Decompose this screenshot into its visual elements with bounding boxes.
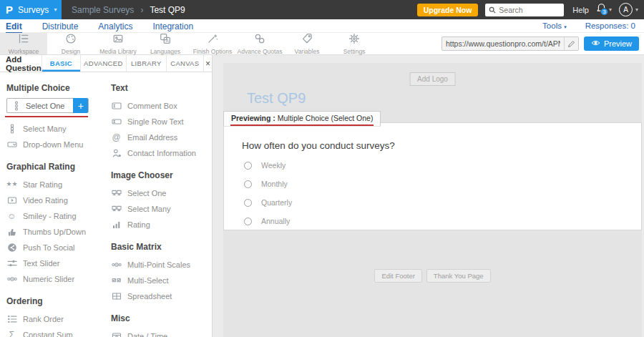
breadcrumb-parent[interactable]: Sample Surveys — [72, 5, 134, 15]
radio-button[interactable] — [244, 218, 252, 225]
question-type-select-one[interactable]: Select One — [111, 185, 212, 201]
comment-box-icon — [111, 101, 122, 111]
finish-options-icon — [207, 33, 218, 47]
question-type-select-many[interactable]: Select Many — [6, 121, 104, 137]
tool-variables[interactable]: Variables — [283, 33, 331, 54]
preview-button[interactable]: Preview — [584, 36, 639, 51]
selected-red-underline — [5, 116, 88, 117]
panel-tab-advanced[interactable]: ADVANCED — [80, 55, 126, 72]
panel-tab-library[interactable]: LIBRARY — [126, 55, 166, 72]
nav-tabs-container: EditDistributeAnalyticsIntegration — [6, 19, 213, 32]
add-question-panel: Add Question BASICADVANCEDLIBRARYCANVAS … — [0, 55, 213, 337]
responses-count[interactable]: Responses: 0 — [585, 21, 635, 30]
question-type-rating[interactable]: Rating — [111, 217, 212, 233]
question-type-spreadsheet[interactable]: Spreadsheet — [111, 288, 212, 304]
question-type-contact-information[interactable]: Contact Information — [111, 145, 212, 161]
question-type-drop-down-menu[interactable]: Drop-down Menu — [6, 137, 104, 152]
questionpro-logo-icon: P — [6, 4, 13, 16]
advance-quotas-icon — [254, 33, 265, 47]
image-chooser-icon — [111, 188, 122, 198]
help-link[interactable]: Help — [572, 6, 589, 14]
single-row-text-icon — [111, 117, 122, 127]
product-label: Surveys — [18, 5, 49, 15]
panel-tab-canvas[interactable]: CANVAS — [166, 55, 203, 72]
close-panel-button[interactable]: × — [203, 55, 212, 72]
previewing-tab: Previewing : Multiple Choice (Select One… — [223, 111, 381, 127]
numeric-slider-icon — [6, 274, 17, 284]
question-type-single-row-text[interactable]: Single Row Text — [111, 114, 212, 130]
survey-url-box — [441, 36, 579, 51]
section-title-text: Text — [111, 83, 212, 93]
question-type-thumbs-up-down[interactable]: Thumbs Up/Down — [6, 224, 104, 240]
question-type-push-to-social[interactable]: Push To Social — [6, 240, 104, 255]
question-type-comment-box[interactable]: Comment Box — [111, 98, 212, 114]
previewing-label: Previewing : — [231, 114, 275, 122]
multi-select-icon — [111, 275, 122, 285]
answer-option-annually: Annually — [244, 217, 641, 225]
add-logo-button[interactable]: Add Logo — [409, 72, 456, 86]
question-types-right-column: TextComment BoxSingle Row Text@Email Add… — [104, 72, 212, 337]
nav-tab-integration[interactable]: Integration — [152, 21, 193, 32]
question-type-multi-select[interactable]: Multi-Select — [111, 273, 212, 288]
upgrade-now-button[interactable]: Upgrade Now — [417, 4, 479, 16]
edit-footer-button[interactable]: Edit Footer — [374, 269, 421, 283]
survey-title[interactable]: Test QP9 — [247, 90, 306, 107]
section-title-multiple-choice: Multiple Choice — [6, 83, 104, 93]
question-type-date-time[interactable]: Date / Time — [111, 328, 212, 337]
radio-button[interactable] — [244, 162, 252, 170]
radio-button[interactable] — [244, 180, 252, 188]
account-chevron-icon[interactable]: ▾ — [635, 7, 638, 13]
tool-languages[interactable]: ALanguages — [142, 33, 189, 54]
question-type-numeric-slider[interactable]: Numeric Slider — [6, 271, 104, 287]
main-nav: EditDistributeAnalyticsIntegration Tools… — [0, 19, 644, 33]
radio-list-icon — [11, 101, 21, 111]
survey-url-input[interactable] — [442, 39, 564, 48]
section-title-misc: Misc — [111, 313, 212, 323]
search-box[interactable] — [485, 4, 564, 16]
dropdown-icon — [6, 140, 17, 150]
nav-tab-analytics[interactable]: Analytics — [98, 21, 132, 32]
radio-button[interactable] — [244, 199, 252, 207]
tool-workspace[interactable]: Workspace — [0, 33, 47, 54]
edit-url-pencil-icon[interactable] — [564, 37, 578, 50]
question-type-rank-order[interactable]: Rank Order — [6, 311, 104, 327]
nav-tab-edit[interactable]: Edit — [6, 21, 22, 33]
tool-finish-options[interactable]: Finish Options — [189, 33, 236, 54]
survey-page: Add Logo Test QP9 Previewing : Multiple … — [223, 63, 642, 337]
notification-count-badge: 3 — [600, 8, 608, 16]
avatar[interactable]: A — [619, 3, 633, 16]
breadcrumb-current: Test QP9 — [150, 5, 185, 15]
nav-tab-distribute[interactable]: Distribute — [42, 21, 79, 32]
add-question-plus-button[interactable]: + — [73, 98, 88, 113]
notifications-chevron-icon[interactable]: ▾ — [609, 7, 612, 13]
question-type-constant-sum[interactable]: ΣConstant Sum — [6, 327, 104, 337]
answer-option-quarterly: Quarterly — [244, 198, 641, 207]
contact-information-icon — [111, 148, 122, 158]
image-chooser-icon — [111, 204, 122, 214]
question-type-select-many[interactable]: Select Many — [111, 201, 212, 217]
rank-order-icon — [6, 314, 17, 324]
question-type-select-one[interactable]: Select One+ — [6, 98, 89, 113]
question-preview-card: Previewing : Multiple Choice (Select One… — [223, 122, 642, 230]
question-type-star-rating[interactable]: ★★Star Rating — [6, 177, 104, 192]
notifications-bell-icon[interactable]: 3 — [596, 3, 607, 16]
tool-media-library[interactable]: Media Library — [94, 33, 142, 54]
search-input[interactable] — [499, 6, 556, 14]
tool-advance-quotas[interactable]: Advance Quotas — [236, 33, 283, 54]
question-type-multi-point-scales[interactable]: Multi-Point Scales — [111, 257, 212, 273]
brand-surveys-menu[interactable]: P Surveys ▾ — [0, 0, 62, 19]
tools-chevron-icon: ▾ — [564, 24, 567, 29]
settings-icon — [348, 33, 360, 47]
question-type-video-rating[interactable]: Video Rating — [6, 192, 104, 208]
tools-menu[interactable]: Tools ▾ — [542, 21, 567, 30]
panel-tab-basic[interactable]: BASIC — [42, 55, 80, 72]
tool-settings[interactable]: Settings — [331, 33, 378, 54]
chevron-down-icon: ▾ — [54, 7, 57, 13]
question-type-email-address[interactable]: @Email Address — [111, 130, 212, 145]
question-type-text-slider[interactable]: Text Slider — [6, 255, 104, 271]
thank-you-page-button[interactable]: Thank You Page — [426, 269, 491, 283]
star-rating-icon: ★★ — [6, 181, 17, 187]
question-type-smiley-rating[interactable]: ☺Smiley - Rating — [6, 208, 104, 224]
tool-design[interactable]: Design — [47, 33, 94, 54]
options-container: WeeklyMonthlyQuarterlyAnnually — [224, 161, 641, 225]
